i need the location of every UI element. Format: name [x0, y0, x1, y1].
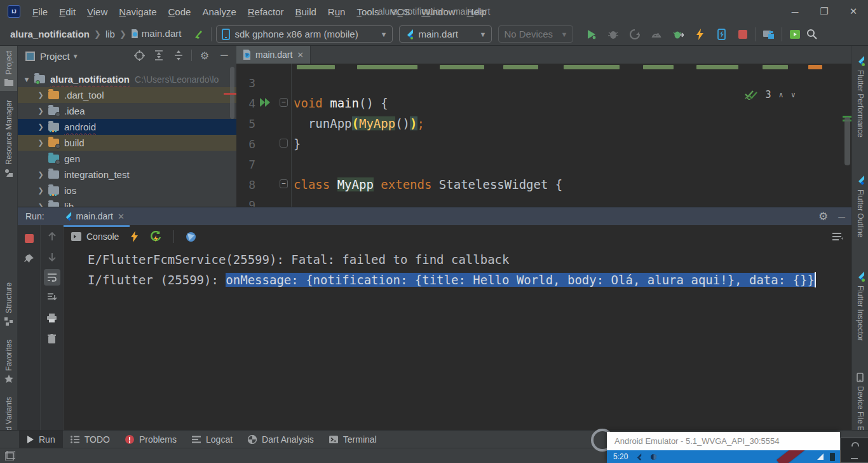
tool-window-button-problems[interactable]: Problems — [118, 431, 184, 448]
chevron-collapsed-icon[interactable]: ❯ — [37, 107, 44, 115]
menu-refactor[interactable]: Refactor — [242, 4, 290, 20]
close-tab-icon[interactable]: ✕ — [297, 50, 304, 60]
profiler-icon[interactable] — [648, 26, 665, 43]
chevron-collapsed-icon[interactable]: ❯ — [37, 123, 44, 131]
tool-window-button-run[interactable]: Run — [19, 431, 63, 448]
settings-gear-icon[interactable]: ⚙ — [818, 210, 828, 223]
fold-marker-icon[interactable] — [280, 139, 288, 148]
scroll-down-icon[interactable] — [44, 249, 60, 265]
chevron-collapsed-icon[interactable]: ❯ — [37, 91, 44, 99]
tree-item-ios[interactable]: ❯ios — [18, 183, 236, 198]
tool-window-button-todo[interactable]: TODO — [63, 431, 118, 448]
console-options-icon[interactable] — [832, 232, 844, 241]
stripe-item-flutter-outline[interactable]: Flutter Outline — [852, 170, 868, 242]
scroll-to-end-icon[interactable] — [44, 289, 60, 306]
attach-debugger-icon[interactable] — [670, 26, 686, 43]
run-icon[interactable] — [583, 26, 600, 43]
debug-icon[interactable] — [605, 26, 621, 43]
tree-item-root[interactable]: ▼alura_notificationC:\Users\Leonardo\lo — [18, 71, 236, 87]
hot-restart-icon[interactable] — [150, 231, 162, 242]
pin-tab-icon[interactable] — [21, 251, 37, 267]
hot-reload-icon[interactable] — [130, 231, 139, 242]
coverage-icon[interactable] — [627, 26, 643, 43]
stripe-item-project[interactable]: Project — [0, 46, 17, 91]
tool-window-quick-access-icon[interactable] — [5, 451, 15, 460]
console-output[interactable]: E/FlutterFcmService(25599): Fatal: faile… — [64, 248, 851, 430]
breadcrumb-item-lib[interactable]: lib — [105, 29, 115, 39]
chevron-expanded-icon[interactable]: ▼ — [23, 76, 31, 83]
settings-gear-icon[interactable]: ⚙ — [198, 48, 212, 62]
tree-item-lib[interactable]: ❯lib — [18, 198, 236, 207]
breadcrumb-item-alura_notification[interactable]: alura_notification — [10, 29, 90, 39]
clear-all-icon[interactable] — [44, 330, 60, 347]
console-tab[interactable]: Console — [71, 232, 119, 242]
next-problem-icon[interactable]: ∨ — [791, 90, 796, 99]
menu-edit[interactable]: Edit — [53, 4, 81, 20]
locate-file-icon[interactable] — [132, 48, 146, 62]
close-icon[interactable]: ✕ — [839, 0, 868, 23]
project-structure-icon[interactable] — [761, 26, 777, 43]
hot-reload-icon[interactable] — [691, 26, 708, 43]
menu-vcs[interactable]: VCS — [384, 4, 416, 20]
menu-build[interactable]: Build — [289, 4, 322, 20]
device-manager-icon[interactable] — [787, 26, 803, 43]
menu-file[interactable]: File — [27, 4, 53, 20]
menu-analyze[interactable]: Analyze — [196, 4, 241, 20]
menu-navigate[interactable]: Navigate — [113, 4, 162, 20]
hide-panel-icon[interactable]: ─ — [838, 211, 845, 222]
run-tab-main-dart[interactable]: main.dart ✕ — [58, 207, 130, 225]
menu-code[interactable]: Code — [163, 4, 197, 20]
chevron-collapsed-icon[interactable]: ❯ — [37, 139, 44, 147]
menu-run[interactable]: Run — [322, 4, 351, 20]
soft-wrap-icon[interactable] — [44, 269, 60, 286]
tree-item-android[interactable]: ❯android — [18, 119, 236, 135]
code-viewport[interactable]: 34−void main() {5 runApp(MyApp());6}78−c… — [236, 64, 851, 207]
tree-item-.dart_tool[interactable]: ❯.dart_tool — [18, 87, 236, 103]
chevron-collapsed-icon[interactable]: ❯ — [37, 202, 44, 207]
project-view-title[interactable]: Project — [40, 51, 70, 62]
fold-marker-icon[interactable]: − — [280, 179, 288, 188]
prev-problem-icon[interactable]: ∧ — [779, 90, 783, 99]
menu-tools[interactable]: Tools — [351, 4, 384, 20]
chevron-collapsed-icon[interactable]: ❯ — [37, 186, 44, 195]
open-devtools-icon[interactable] — [186, 232, 196, 242]
menu-help[interactable]: Help — [461, 4, 492, 20]
restore-icon[interactable]: ❐ — [810, 0, 839, 23]
editor-scrollbar[interactable] — [844, 117, 850, 165]
tool-window-button-dart-analysis[interactable]: Dart Analysis — [240, 431, 322, 448]
collapse-all-icon[interactable] — [172, 48, 186, 62]
tree-item-integration_test[interactable]: ❯integration_test — [18, 167, 236, 183]
flutter-device-dropdown[interactable]: No Devices ▼ — [498, 25, 573, 43]
scroll-up-icon[interactable] — [44, 228, 60, 245]
tool-window-button-logcat[interactable]: Logcat — [184, 431, 240, 448]
run-config-dropdown[interactable]: main.dart ▼ — [399, 25, 492, 43]
hot-restart-icon[interactable] — [713, 26, 729, 43]
hide-panel-icon[interactable]: ─ — [217, 48, 231, 62]
tree-item-.idea[interactable]: ❯.idea — [18, 103, 236, 119]
stop-icon[interactable] — [735, 26, 751, 43]
stripe-item-resource-manager[interactable]: Resource Manager — [0, 95, 17, 182]
stop-process-icon[interactable] — [21, 230, 37, 247]
stripe-item-favorites[interactable]: Favorites — [0, 335, 17, 388]
expand-all-icon[interactable] — [152, 48, 166, 62]
search-everywhere-icon[interactable] — [803, 26, 820, 43]
device-selector-dropdown[interactable]: sdk gphone x86 arm (mobile) ▼ — [216, 25, 393, 43]
run-line-icon[interactable] — [259, 97, 272, 107]
flutter-attach-icon[interactable] — [190, 26, 207, 43]
chevron-collapsed-icon[interactable]: ❯ — [37, 170, 44, 179]
tree-item-build[interactable]: ❯build — [18, 135, 236, 151]
tool-window-button-terminal[interactable]: Terminal — [322, 431, 384, 448]
tree-item-gen[interactable]: gen — [18, 151, 236, 167]
print-icon[interactable] — [44, 310, 60, 326]
close-tab-icon[interactable]: ✕ — [118, 212, 125, 221]
minimize-icon[interactable]: ─ — [780, 0, 810, 23]
stripe-item-flutter-inspector[interactable]: Flutter Inspector — [852, 266, 868, 346]
android-emulator-window[interactable]: Android Emulator - 5.1_WVGA_API_30:5554 … — [607, 432, 840, 463]
menu-view[interactable]: View — [81, 4, 113, 20]
fold-marker-icon[interactable]: − — [280, 98, 288, 107]
stripe-item-structure[interactable]: Structure — [0, 277, 17, 331]
menu-window[interactable]: Window — [416, 4, 461, 20]
editor-tab-main-dart[interactable]: main.dart ✕ — [236, 46, 311, 64]
breadcrumb-item-main.dart[interactable]: main.dart — [131, 28, 182, 40]
stripe-item-flutter-performance[interactable]: Flutter Performance — [852, 51, 868, 142]
